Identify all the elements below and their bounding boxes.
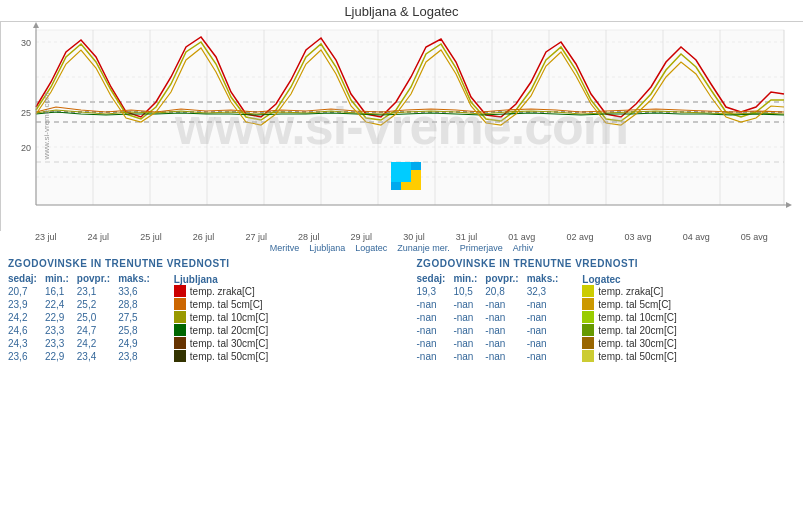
table2-cell-1-min: -nan [453,298,485,311]
table2-cell-3-sedaj: -nan [417,324,454,337]
link-zunanje[interactable]: Zunanje mer. [397,243,450,253]
table2-cell-5-povpr: -nan [485,350,526,363]
table1-cell-5-povpr: 23,4 [77,350,118,363]
table2-cell-0-povpr: 20,8 [485,285,526,298]
legend2-item-1: temp. tal 5cm[C] [582,298,676,310]
table1-cell-5-maks: 23,8 [118,350,158,363]
table1-cell-5-min: 22,9 [45,350,77,363]
chart-area: www.si-vreme.com 30 25 20 [0,21,803,231]
x-label-0: 23 jul [35,232,57,242]
legend2-box-1 [582,298,594,310]
svg-text:30: 30 [21,38,31,48]
legend1-label-2: temp. tal 10cm[C] [190,312,268,323]
legend2-label-0: temp. zraka[C] [598,286,663,297]
legend1-item-3: temp. tal 20cm[C] [174,324,268,336]
link-logatec[interactable]: Logatec [355,243,387,253]
stats-title-2: ZGODOVINSKE IN TRENUTNE VREDNOSTI [417,258,796,269]
x-label-10: 02 avg [566,232,593,242]
table1-cell-0-sedaj: 20,7 [8,285,45,298]
legend2-box-2 [582,311,594,323]
link-primerjave[interactable]: Primerjave [460,243,503,253]
chart-title: Ljubljana & Logatec [0,0,803,21]
title-text: Ljubljana & Logatec [344,4,458,19]
table1-cell-1-sedaj: 23,9 [8,298,45,311]
table2-cell-4-sedaj: -nan [417,337,454,350]
legend2-box-0 [582,285,594,297]
svg-text:25: 25 [21,108,31,118]
table2-cell-3-min: -nan [453,324,485,337]
table2-cell-5-maks: -nan [527,350,567,363]
x-label-13: 05 avg [741,232,768,242]
table1-cell-4-min: 23,3 [45,337,77,350]
chart-svg: 30 25 20 [1,22,803,232]
legend2-label-2: temp. tal 10cm[C] [598,312,676,323]
legend-2: Logatec temp. zraka[C]temp. tal 5cm[C]te… [582,272,676,363]
stats-block-ljubljana: ZGODOVINSKE IN TRENUTNE VREDNOSTI sedaj:… [8,258,387,363]
legend1-box-4 [174,337,186,349]
x-label-7: 30 jul [403,232,425,242]
table1-cell-2-sedaj: 24,2 [8,311,45,324]
link-ljubljana[interactable]: Ljubljana [309,243,345,253]
legend1-box-1 [174,298,186,310]
table1-cell-2-min: 22,9 [45,311,77,324]
table1-cell-2-maks: 27,5 [118,311,158,324]
legend2-item-4: temp. tal 30cm[C] [582,337,676,349]
table2-cell-4-maks: -nan [527,337,567,350]
legend1-item-2: temp. tal 10cm[C] [174,311,268,323]
link-arhiv[interactable]: Arhiv [513,243,534,253]
stats-table-1: sedaj: min.: povpr.: maks.: 20,716,123,1… [8,272,158,363]
legend1-item-4: temp. tal 30cm[C] [174,337,268,349]
table2-cell-2-min: -nan [453,311,485,324]
header-sedaj-1: sedaj: [8,272,45,285]
table2-cell-5-sedaj: -nan [417,350,454,363]
legend-title-2: Logatec [582,274,676,285]
table1-cell-2-povpr: 25,0 [77,311,118,324]
x-label-11: 03 avg [625,232,652,242]
link-meritve[interactable]: Meritve [270,243,300,253]
legend1-box-5 [174,350,186,362]
legend1-item-5: temp. tal 50cm[C] [174,350,268,362]
table1-cell-3-povpr: 24,7 [77,324,118,337]
table2-cell-5-min: -nan [453,350,485,363]
legend2-label-5: temp. tal 50cm[C] [598,351,676,362]
legend2-label-4: temp. tal 30cm[C] [598,338,676,349]
svg-rect-29 [391,162,411,182]
legend1-label-1: temp. tal 5cm[C] [190,299,263,310]
table1-cell-5-sedaj: 23,6 [8,350,45,363]
legend1-label-5: temp. tal 50cm[C] [190,351,268,362]
table2-cell-1-povpr: -nan [485,298,526,311]
legend-1: Ljubljana temp. zraka[C]temp. tal 5cm[C]… [174,272,268,363]
legend2-item-5: temp. tal 50cm[C] [582,350,676,362]
table2-cell-0-sedaj: 19,3 [417,285,454,298]
x-label-3: 26 jul [193,232,215,242]
stats-table-2: sedaj: min.: povpr.: maks.: 19,310,520,8… [417,272,567,363]
stats-block-logatec: ZGODOVINSKE IN TRENUTNE VREDNOSTI sedaj:… [417,258,796,363]
table2-cell-0-maks: 32,3 [527,285,567,298]
legend2-box-3 [582,324,594,336]
table2-cell-2-sedaj: -nan [417,311,454,324]
legend1-box-3 [174,324,186,336]
table1-cell-3-min: 23,3 [45,324,77,337]
side-watermark: www.si-vreme.com [42,92,51,159]
legend2-item-3: temp. tal 20cm[C] [582,324,676,336]
x-label-4: 27 jul [245,232,267,242]
table2-cell-1-sedaj: -nan [417,298,454,311]
header-min-2: min.: [453,272,485,285]
legend2-label-3: temp. tal 20cm[C] [598,325,676,336]
table1-cell-3-maks: 25,8 [118,324,158,337]
table1-cell-3-sedaj: 24,6 [8,324,45,337]
table1-cell-0-maks: 33,6 [118,285,158,298]
legend2-box-5 [582,350,594,362]
table2-cell-3-maks: -nan [527,324,567,337]
table2-cell-0-min: 10,5 [453,285,485,298]
x-label-6: 29 jul [351,232,373,242]
table2-cell-2-povpr: -nan [485,311,526,324]
svg-text:20: 20 [21,143,31,153]
table1-cell-4-povpr: 24,2 [77,337,118,350]
table2-cell-3-povpr: -nan [485,324,526,337]
x-label-2: 25 jul [140,232,162,242]
table1-cell-4-maks: 24,9 [118,337,158,350]
table1-cell-0-min: 16,1 [45,285,77,298]
legend1-label-0: temp. zraka[C] [190,286,255,297]
header-povpr-2: povpr.: [485,272,526,285]
